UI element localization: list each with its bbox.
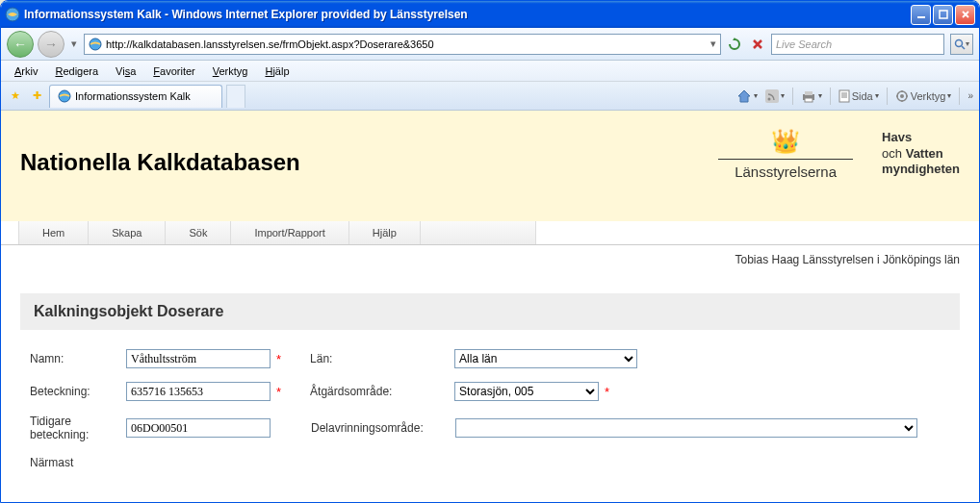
back-button[interactable]: ← bbox=[7, 31, 34, 58]
separator bbox=[830, 88, 831, 105]
home-button[interactable]: ▾ bbox=[736, 88, 758, 104]
menu-arkiv-label: rkiv bbox=[21, 65, 38, 77]
browser-tab[interactable]: Informationssystem Kalk bbox=[49, 85, 222, 108]
url-dropdown-icon[interactable]: ▾ bbox=[710, 38, 716, 50]
nav-empty bbox=[421, 221, 536, 244]
address-bar[interactable]: http://kalkdatabasen.lansstyrelsen.se/fr… bbox=[84, 34, 721, 55]
required-icon: * bbox=[276, 352, 281, 366]
menu-verktyg[interactable]: Verktyg bbox=[205, 63, 256, 79]
search-box[interactable]: Live Search bbox=[771, 34, 944, 55]
site-nav: Hem Skapa Sök Import/Rapport Hjälp bbox=[1, 221, 979, 245]
url-text: http://kalkdatabasen.lansstyrelsen.se/fr… bbox=[106, 38, 707, 50]
required-icon: * bbox=[605, 385, 609, 399]
lan-select[interactable]: Alla län bbox=[454, 349, 637, 368]
lansstyrelserna-logo: 👑 Länsstyrelserna bbox=[718, 128, 853, 180]
page-menu-label: Sida bbox=[852, 90, 873, 102]
tab-page-icon bbox=[58, 89, 71, 103]
hav-logo: Havs och Vatten myndigheten bbox=[882, 130, 960, 179]
hav-mynd: myndigheten bbox=[882, 162, 960, 176]
row-tidigare: Tidigare beteckning: Delavrinningsområde… bbox=[30, 415, 950, 442]
lan-label: Län: bbox=[310, 352, 454, 365]
menu-favoriter-label: avoriter bbox=[160, 65, 195, 77]
menu-favoriter[interactable]: Favoriter bbox=[145, 63, 202, 79]
add-favorite-icon[interactable]: ✚ bbox=[28, 88, 45, 105]
page-menu[interactable]: Sida▾ bbox=[838, 89, 879, 103]
nav-toolbar: ← → ▾ http://kalkdatabasen.lansstyrelsen… bbox=[1, 28, 979, 61]
row-narmast: Närmast bbox=[30, 456, 950, 469]
maximize-button[interactable] bbox=[933, 5, 953, 25]
svg-point-13 bbox=[900, 94, 904, 98]
nav-hem[interactable]: Hem bbox=[18, 221, 89, 244]
print-button[interactable]: ▾ bbox=[801, 89, 822, 103]
beteckning-label: Beteckning: bbox=[30, 385, 126, 398]
atgard-label: Åtgärdsområde: bbox=[310, 385, 454, 398]
minimize-button[interactable] bbox=[911, 5, 931, 25]
lans-text: Länsstyrelserna bbox=[718, 163, 853, 180]
menu-redigera[interactable]: Redigera bbox=[47, 63, 106, 79]
menu-arkiv[interactable]: Arkiv bbox=[7, 63, 45, 79]
row-namn: Namn: * Län: Alla län bbox=[30, 349, 950, 368]
tab-title: Informationssystem Kalk bbox=[75, 90, 191, 102]
refresh-button[interactable] bbox=[725, 35, 744, 54]
crown-icon: 👑 bbox=[718, 128, 853, 155]
forward-button[interactable]: → bbox=[38, 31, 64, 58]
feeds-button[interactable]: ▾ bbox=[765, 89, 785, 103]
tools-menu-label: Verktyg bbox=[911, 90, 946, 102]
required-icon: * bbox=[276, 385, 281, 399]
tools-menu[interactable]: Verktyg▾ bbox=[895, 89, 952, 103]
banner-logos: 👑 Länsstyrelserna Havs och Vatten myndig… bbox=[718, 128, 960, 180]
tab-toolbar: ★ ✚ Informationssystem Kalk ▾ ▾ ▾ Sida▾ … bbox=[1, 82, 979, 111]
svg-rect-11 bbox=[839, 90, 849, 102]
row-beteckning: Beteckning: * Åtgärdsområde: Storasjön, … bbox=[30, 382, 950, 401]
separator bbox=[959, 88, 960, 105]
menu-verktyg-label: erktyg bbox=[219, 65, 247, 77]
menu-hjalp[interactable]: Hjälp bbox=[257, 63, 297, 79]
hav-och: och bbox=[882, 146, 902, 161]
search-placeholder: Live Search bbox=[776, 38, 832, 50]
ie-icon bbox=[5, 7, 20, 22]
narmast-label: Närmast bbox=[30, 456, 126, 469]
delav-select[interactable] bbox=[455, 418, 917, 438]
menu-bar: Arkiv Redigera Visa Favoriter Verktyg Hj… bbox=[1, 61, 979, 82]
favorites-icon[interactable]: ★ bbox=[7, 88, 24, 105]
svg-rect-1 bbox=[917, 16, 925, 18]
section-header: Kalkningsobjekt Doserare bbox=[20, 293, 960, 330]
nav-sok[interactable]: Sök bbox=[166, 221, 231, 244]
delav-label: Delavrinningsområde: bbox=[311, 421, 455, 435]
window-title: Informationssystem Kalk - Windows Intern… bbox=[24, 8, 911, 21]
form-section: Kalkningsobjekt Doserare Namn: * Län: Al… bbox=[20, 293, 960, 469]
svg-rect-10 bbox=[805, 98, 812, 102]
hav-vatten: Vatten bbox=[906, 146, 943, 161]
toolbar-overflow-icon[interactable]: » bbox=[967, 90, 973, 101]
page-icon bbox=[89, 38, 102, 51]
menu-visa-label: a bbox=[130, 65, 136, 77]
titlebar: Informationssystem Kalk - Windows Intern… bbox=[1, 1, 979, 28]
svg-point-7 bbox=[767, 97, 770, 100]
close-button[interactable] bbox=[955, 5, 975, 25]
toolbar-right: ▾ ▾ ▾ Sida▾ Verktyg▾ » bbox=[736, 88, 973, 105]
separator bbox=[792, 88, 793, 105]
search-go-button[interactable]: ▾ bbox=[950, 34, 973, 55]
svg-rect-2 bbox=[940, 11, 947, 18]
page-content: Nationella Kalkdatabasen 👑 Länsstyrelser… bbox=[1, 111, 979, 503]
beteckning-input[interactable] bbox=[126, 382, 271, 401]
user-info: Tobias Haag Länsstyrelsen i Jönköpings l… bbox=[1, 245, 979, 274]
tidigare-input[interactable] bbox=[126, 418, 271, 438]
tidigare-label: Tidigare beteckning: bbox=[30, 415, 126, 442]
new-tab-button[interactable] bbox=[226, 85, 245, 108]
menu-visa[interactable]: Visa bbox=[108, 63, 143, 79]
svg-rect-9 bbox=[805, 91, 812, 95]
nav-hjalp[interactable]: Hjälp bbox=[349, 221, 421, 244]
menu-redigera-label: edigera bbox=[63, 65, 98, 77]
svg-point-4 bbox=[956, 39, 963, 46]
namn-input[interactable] bbox=[126, 349, 271, 368]
separator bbox=[887, 88, 888, 105]
window-controls bbox=[911, 5, 975, 25]
nav-skapa[interactable]: Skapa bbox=[89, 221, 166, 244]
nav-history-dropdown[interactable]: ▾ bbox=[68, 35, 80, 54]
atgard-select[interactable]: Storasjön, 005 bbox=[454, 382, 599, 401]
stop-button[interactable] bbox=[748, 35, 767, 54]
namn-label: Namn: bbox=[30, 352, 126, 365]
browser-window: Informationssystem Kalk - Windows Intern… bbox=[0, 0, 980, 503]
nav-import[interactable]: Import/Rapport bbox=[231, 221, 348, 244]
